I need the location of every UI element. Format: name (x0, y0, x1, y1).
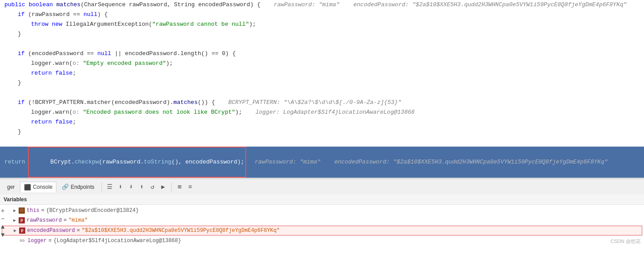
expand-rawpassword-arrow: ▶ (13, 218, 19, 223)
step-into-icon[interactable]: ⬇ (127, 183, 136, 191)
add-variable-button[interactable]: + (1, 207, 4, 215)
step-over-down-icon[interactable]: ⬇ (116, 183, 125, 191)
variable-logger[interactable]: ▶ oo logger = {LogAdapter$Slf4jLocationA… (0, 236, 644, 246)
watermark: CSDN @想花 (611, 238, 640, 245)
step-out-icon[interactable]: ⬆ (137, 183, 146, 191)
code-line-4: } (0, 29, 644, 39)
var-type-icon-encodedpassword: p (19, 227, 25, 234)
debug-toolbar: ger ⬛ Console 🔗 Endpoints ☰ ⬇ ⬇ ⬆ ↺ ▶ ⊞ … (0, 179, 644, 195)
remove-variable-button[interactable]: − (1, 215, 4, 223)
var-name-rawpassword: rawPassword (27, 217, 62, 223)
code-line-3: throw new IllegalArgumentException("rawP… (0, 20, 644, 29)
highlighted-code-block: BCrypt.checkpw(rawPassword.toString(), e… (28, 147, 246, 178)
code-line-12: logger.warn(o: "Encoded password does no… (0, 108, 644, 117)
toolbar-separator-1 (102, 183, 102, 191)
code-line-15 (0, 137, 644, 147)
restore-frames-icon[interactable]: ☰ (106, 183, 114, 191)
tab-ger[interactable]: ger (4, 182, 18, 192)
var-equals-this: = (41, 207, 44, 214)
code-line-5 (0, 39, 644, 49)
tab-console[interactable]: ⬛ Console (20, 182, 56, 192)
tab-ger-label: ger (7, 184, 15, 190)
endpoints-icon: 🔗 (62, 183, 69, 190)
table-view-icon[interactable]: ⊞ (175, 183, 184, 191)
var-name-logger: logger (27, 238, 47, 244)
variable-rawpassword[interactable]: ▶ p rawPassword = "mima" (0, 215, 644, 225)
var-type-icon-this: □ (19, 207, 25, 214)
code-line-13: return false; (0, 117, 644, 127)
scroll-up-button[interactable]: ▲ (1, 223, 4, 231)
code-line-8: return false; (0, 68, 644, 78)
code-line-10 (0, 88, 644, 98)
var-equals-encodedpassword: = (77, 227, 80, 234)
variables-panel: Variables + − ▲ ▼ ▶ □ this = {BCryptPass… (0, 195, 644, 247)
layout-icon[interactable]: ≡ (186, 183, 195, 191)
tab-endpoints[interactable]: 🔗 Endpoints (58, 182, 98, 192)
tab-console-label: Console (33, 184, 52, 190)
code-line-2: if (rawPassword == null) { (0, 10, 644, 20)
code-editor: public boolean matches(CharSequence rawP… (0, 0, 644, 178)
expand-this-arrow: ▶ (13, 208, 19, 213)
var-value-encodedpassword: "$2a$10$XXE5H3.qudd2H3WHNCpa0e5VYW1i59Py… (82, 227, 279, 234)
code-line-11: if (!BCRYPT_PATTERN.matcher(encodedPassw… (0, 98, 644, 108)
var-type-icon-rawpassword: p (19, 217, 25, 223)
expand-encodedpassword-arrow: ▶ (14, 228, 19, 233)
code-line-14: } (0, 127, 644, 137)
var-value-rawpassword: "mima" (68, 217, 87, 223)
watermark-text: CSDN @想花 (611, 239, 640, 244)
variables-title: Variables (4, 196, 27, 203)
code-line-1: public boolean matches(CharSequence rawP… (0, 0, 644, 10)
code-line-6: if (encodedPassword == null || encodedPa… (0, 49, 644, 59)
console-icon: ⬛ (24, 184, 31, 191)
rerun-icon[interactable]: ↺ (148, 183, 157, 191)
var-equals-logger: = (48, 238, 51, 244)
variables-list: + − ▲ ▼ ▶ □ this = {BCryptPasswordEncode… (0, 205, 644, 247)
var-equals-rawpassword: = (63, 217, 67, 223)
code-line-7: logger.warn(o: "Empty encoded password")… (0, 59, 644, 68)
resume-icon[interactable]: ▶ (159, 183, 168, 191)
code-line-9: } (0, 78, 644, 88)
variable-this[interactable]: ▶ □ this = {BCryptPasswordEncoder@13824} (0, 206, 644, 215)
var-value-this: {BCryptPasswordEncoder@13824} (46, 207, 139, 214)
var-value-logger: {LogAdapter$Slf4jLocationAwareLog@13868} (53, 238, 181, 244)
tab-endpoints-label: Endpoints (71, 184, 94, 190)
var-name-this: this (27, 207, 39, 214)
toolbar-separator-2 (171, 183, 172, 191)
var-name-encodedpassword: encodedPassword (27, 227, 75, 234)
scroll-down-button[interactable]: ▼ (1, 231, 4, 239)
var-type-icon-logger: oo (19, 238, 26, 244)
variable-encodedpassword[interactable]: ▶ p encodedPassword = "$2a$10$XXE5H3.qud… (2, 226, 642, 235)
code-line-16: return BCrypt.checkpw(rawPassword.toStri… (0, 147, 644, 178)
variables-header: Variables (0, 195, 644, 205)
